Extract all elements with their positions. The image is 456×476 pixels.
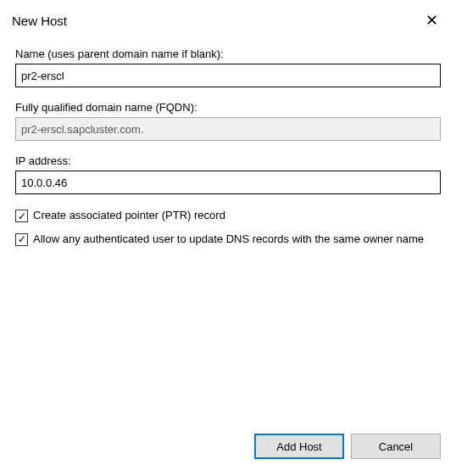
ip-input[interactable]: [15, 171, 441, 194]
ptr-checkbox-row[interactable]: ✓ Create associated pointer (PTR) record: [15, 208, 441, 223]
fqdn-input: [15, 117, 441, 141]
button-row: Add Host Cancel: [254, 434, 441, 459]
allow-checkbox-label: Allow any authenticated user to update D…: [33, 232, 424, 247]
cancel-button[interactable]: Cancel: [351, 434, 441, 459]
close-icon[interactable]: ✕: [417, 8, 446, 32]
ip-label: IP address:: [15, 154, 441, 167]
name-label: Name (uses parent domain name if blank):: [15, 48, 441, 60]
check-icon: ✓: [18, 211, 26, 221]
ip-field-group: IP address:: [15, 154, 441, 194]
dialog-content: Name (uses parent domain name if blank):…: [0, 37, 456, 246]
name-input[interactable]: [15, 64, 441, 87]
allow-checkbox[interactable]: ✓: [15, 233, 28, 246]
ptr-checkbox-label: Create associated pointer (PTR) record: [33, 208, 225, 223]
ptr-checkbox[interactable]: ✓: [15, 210, 28, 222]
dialog-title: New Host: [12, 14, 67, 28]
titlebar: New Host ✕: [0, 0, 456, 37]
fqdn-label: Fully qualified domain name (FQDN):: [15, 101, 441, 114]
allow-checkbox-row[interactable]: ✓ Allow any authenticated user to update…: [15, 232, 441, 247]
fqdn-field-group: Fully qualified domain name (FQDN):: [15, 101, 441, 141]
add-host-button[interactable]: Add Host: [254, 434, 344, 459]
check-icon: ✓: [18, 234, 26, 244]
name-field-group: Name (uses parent domain name if blank):: [15, 48, 441, 87]
